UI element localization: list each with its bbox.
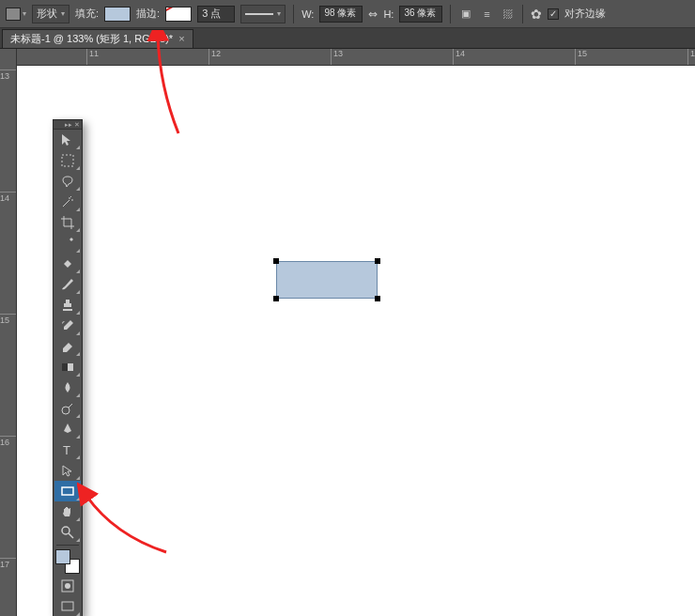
type-tool[interactable]: T (54, 439, 81, 460)
rectangle-tool[interactable] (54, 481, 81, 501)
width-input[interactable]: 98 像素 (319, 6, 363, 23)
resize-handle-tr[interactable] (375, 258, 380, 264)
ruler-vertical[interactable]: 13 14 15 16 17 (0, 49, 17, 616)
zoom-tool[interactable] (54, 522, 81, 543)
wand-tool[interactable] (54, 192, 81, 212)
svg-rect-2 (62, 363, 68, 371)
tab-bar: 未标题-1 @ 133% (矩形 1, RGB/8)* × (0, 28, 695, 49)
ruler-tick: 14 (0, 192, 16, 203)
ruler-tick: 15 (575, 49, 587, 65)
canvas[interactable] (17, 66, 695, 616)
resize-handle-tl[interactable] (273, 258, 279, 264)
foreground-color[interactable] (55, 549, 70, 564)
panel-grip[interactable]: ▸▸ ✕ (54, 120, 82, 130)
ruler-tick: 13 (331, 49, 343, 65)
blur-tool[interactable] (54, 377, 81, 398)
brush-tool[interactable] (54, 274, 81, 295)
tool-preset-icon[interactable]: ▾ (6, 4, 26, 24)
color-swatch[interactable] (55, 549, 80, 574)
ruler-tick: 17 (0, 558, 16, 569)
ruler-horizontal[interactable]: 11 12 13 14 15 16 (17, 49, 695, 66)
svg-point-6 (62, 527, 70, 534)
pen-tool[interactable] (54, 419, 81, 439)
dodge-tool[interactable] (54, 398, 81, 419)
healing-tool[interactable] (54, 254, 81, 274)
move-tool[interactable] (54, 130, 81, 150)
svg-text:T: T (63, 443, 70, 457)
ruler-tick: 11 (86, 49, 99, 65)
stroke-label: 描边: (136, 7, 160, 21)
ruler-tick: 14 (453, 49, 465, 65)
path-arrange-icon[interactable]: ⛆ (500, 7, 515, 22)
width-label: W: (301, 8, 314, 20)
resize-handle-br[interactable] (375, 296, 380, 301)
path-select-tool[interactable] (54, 460, 81, 481)
screen-mode-icon[interactable] (54, 596, 81, 616)
tab-close-icon[interactable]: × (178, 33, 184, 44)
ruler-tick: 12 (208, 49, 221, 65)
gradient-tool[interactable] (54, 357, 81, 377)
eraser-tool[interactable] (54, 336, 81, 357)
options-bar: ▾ 形状 ▾ 填充: 描边: 3 点 ▾ W: 98 像素 ⇔ H: 36 像素… (0, 0, 695, 28)
svg-rect-5 (62, 487, 73, 495)
stamp-tool[interactable] (54, 295, 81, 316)
tools-panel: ▸▸ ✕ T (53, 119, 83, 616)
stroke-swatch[interactable] (165, 7, 192, 22)
svg-rect-9 (62, 602, 73, 610)
hand-tool[interactable] (54, 501, 81, 522)
path-combine-icon[interactable]: ▣ (458, 7, 473, 22)
svg-point-8 (65, 583, 70, 589)
crop-tool[interactable] (54, 212, 81, 233)
lasso-tool[interactable] (54, 171, 81, 192)
eyedropper-tool[interactable] (54, 233, 81, 254)
fill-swatch[interactable] (104, 7, 131, 22)
align-edges-checkbox[interactable]: ✓ (548, 8, 559, 20)
history-brush-tool[interactable] (54, 316, 81, 336)
ruler-tick: 16 (687, 49, 695, 65)
resize-handle-bl[interactable] (273, 296, 279, 301)
ruler-tick: 15 (0, 314, 16, 325)
document-tab[interactable]: 未标题-1 @ 133% (矩形 1, RGB/8)* × (2, 29, 193, 48)
svg-point-3 (62, 407, 70, 414)
link-icon[interactable]: ⇔ (368, 8, 378, 21)
align-edges-label: 对齐边缘 (564, 7, 606, 21)
path-align-icon[interactable]: ≡ (479, 7, 494, 22)
stroke-size-input[interactable]: 3 点 (197, 6, 235, 23)
height-label: H: (383, 8, 394, 20)
quick-mask-icon[interactable] (54, 576, 81, 596)
gear-icon[interactable]: ✿ (531, 7, 542, 22)
fill-label: 填充: (75, 7, 99, 21)
height-input[interactable]: 36 像素 (399, 6, 442, 23)
shape-mode-dropdown[interactable]: 形状 ▾ (32, 5, 70, 23)
rectangle-shape[interactable] (276, 261, 378, 299)
tab-title: 未标题-1 @ 133% (矩形 1, RGB/8)* (10, 32, 173, 46)
shape-mode-label: 形状 (37, 7, 57, 21)
marquee-tool[interactable] (54, 150, 81, 171)
svg-rect-0 (62, 155, 73, 166)
stroke-style-dropdown[interactable]: ▾ (240, 5, 286, 23)
ruler-tick: 16 (0, 436, 16, 447)
ruler-tick: 13 (0, 69, 16, 81)
separator (56, 545, 79, 546)
